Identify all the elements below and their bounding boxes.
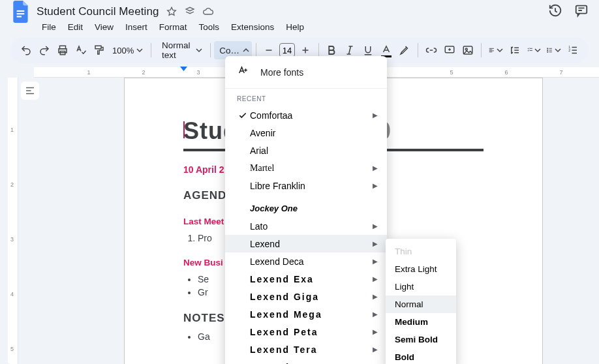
numbered-list-button[interactable]: 12 [564, 41, 582, 59]
font-weight-option[interactable]: Bold [386, 348, 456, 364]
font-option-label: Lexend Mega [250, 309, 373, 320]
font-option-label: Lexend Peta [250, 327, 373, 337]
submenu-arrow-icon: ▶ [373, 164, 378, 172]
caret-down-icon [497, 44, 503, 56]
font-option[interactable]: Lexend Giga▶ [225, 288, 387, 305]
font-size-input[interactable]: 14 [279, 43, 294, 57]
font-option[interactable]: Arial [225, 142, 387, 159]
font-option[interactable]: Lexend Exa▶ [225, 270, 387, 288]
svg-text:2: 2 [568, 48, 570, 52]
svg-point-13 [547, 52, 548, 52]
ruler-tick: 2 [10, 181, 14, 188]
submenu-arrow-icon: ▶ [373, 112, 378, 119]
paragraph-style-label: Normal text [162, 40, 191, 60]
print-button[interactable] [54, 41, 72, 59]
font-option[interactable]: Lexend Deca▶ [225, 252, 387, 270]
text-cursor [183, 121, 185, 138]
comments-icon[interactable] [574, 3, 589, 20]
font-option-label: Lato [250, 221, 373, 232]
svg-point-10 [465, 48, 467, 50]
font-option-label: Lexend Deca [250, 256, 373, 267]
move-icon[interactable] [184, 6, 196, 18]
highlight-color-button[interactable] [395, 41, 414, 59]
checklist-button[interactable] [524, 41, 544, 59]
font-option-label: Avenir [250, 128, 378, 138]
bulleted-list-button[interactable] [544, 41, 564, 59]
align-button[interactable] [485, 41, 506, 59]
font-option[interactable]: Comfortaa▶ [225, 106, 387, 124]
font-option[interactable]: Lexend Mega▶ [225, 305, 387, 323]
font-option[interactable]: Avenir [225, 124, 387, 142]
font-option[interactable]: Lexend▶ [225, 235, 387, 252]
paragraph-style-dropdown[interactable]: Normal text [155, 40, 206, 60]
menu-insert[interactable]: Insert [120, 20, 153, 35]
submenu-arrow-icon: ▶ [373, 240, 378, 247]
insert-link-button[interactable] [422, 41, 440, 59]
add-comment-button[interactable] [440, 41, 459, 59]
menu-format[interactable]: Format [154, 20, 192, 35]
font-option-label: Arial [250, 145, 378, 156]
caret-down-icon [136, 46, 143, 55]
outline-toggle-button[interactable] [21, 82, 39, 100]
submenu-arrow-icon: ▶ [373, 182, 378, 189]
titlebar: Student Council Meeting [0, 0, 599, 18]
submenu-arrow-icon: ▶ [373, 346, 378, 353]
font-weight-option[interactable]: Extra Light [386, 260, 456, 278]
font-weight-option[interactable]: Medium [386, 313, 456, 331]
font-option[interactable]: Martel▶ [225, 159, 387, 177]
submenu-arrow-icon: ▶ [373, 293, 378, 300]
add-font-icon [237, 65, 249, 79]
font-weight-option[interactable]: Thin [386, 243, 456, 260]
menu-file[interactable]: File [37, 20, 61, 35]
font-option-label: Comfortaa [250, 110, 373, 121]
font-option[interactable]: Lato▶ [225, 217, 387, 235]
submenu-arrow-icon: ▶ [373, 222, 378, 230]
font-weight-option[interactable]: Normal [386, 296, 456, 313]
menu-edit[interactable]: Edit [63, 20, 88, 35]
svg-rect-2 [17, 16, 22, 17]
menu-extensions[interactable]: Extensions [226, 20, 279, 35]
menu-section-recent: RECENT [225, 89, 387, 106]
font-option[interactable]: Jockey One [225, 200, 387, 217]
line-spacing-button[interactable] [506, 41, 524, 59]
undo-button[interactable] [17, 41, 35, 59]
font-option-label: Lexend Exa [250, 274, 373, 284]
docs-app-icon[interactable] [10, 0, 31, 25]
insert-image-button[interactable] [459, 41, 477, 59]
zoom-dropdown[interactable]: 100% [108, 46, 147, 55]
zoom-value: 100% [112, 46, 134, 55]
font-weight-option[interactable]: Semi Bold [386, 331, 456, 348]
font-option-label: Lexend Zetta [250, 362, 373, 365]
submenu-arrow-icon: ▶ [373, 275, 378, 282]
menu-help[interactable]: Help [281, 20, 309, 35]
font-option[interactable]: Lexend Peta▶ [225, 323, 387, 341]
ruler-tick: 4 [10, 291, 14, 297]
cloud-saved-icon[interactable] [202, 6, 214, 18]
font-option[interactable]: Lexend Tera▶ [225, 341, 387, 358]
caret-down-icon [534, 44, 541, 56]
font-weight-submenu: ThinExtra LightLightNormalMediumSemi Bol… [386, 239, 456, 364]
ruler-tick: 6 [504, 69, 508, 76]
star-icon[interactable] [166, 6, 177, 18]
svg-rect-7 [95, 46, 101, 49]
font-option-label: Libre Franklin [250, 181, 373, 191]
more-fonts-button[interactable]: More fonts [225, 56, 387, 89]
font-option[interactable]: Lexend Zetta▶ [225, 358, 387, 364]
spellcheck-button[interactable] [72, 41, 90, 59]
check-icon [236, 111, 250, 120]
svg-rect-3 [576, 6, 587, 14]
ruler-tick: 7 [559, 69, 562, 76]
font-weight-option[interactable]: Light [386, 278, 456, 296]
paint-format-button[interactable] [90, 41, 108, 59]
menu-tools[interactable]: Tools [194, 20, 225, 35]
ruler-tick: 5 [10, 346, 14, 352]
submenu-arrow-icon: ▶ [373, 258, 378, 265]
ruler-tick: 3 [196, 69, 200, 76]
document-title[interactable]: Student Council Meeting [37, 5, 159, 18]
vertical-ruler[interactable]: 12345 [8, 78, 18, 364]
redo-button[interactable] [35, 41, 54, 59]
history-icon[interactable] [548, 3, 562, 20]
indent-marker-icon[interactable] [180, 67, 187, 72]
font-option[interactable]: Libre Franklin▶ [225, 177, 387, 194]
menu-view[interactable]: View [89, 20, 119, 35]
